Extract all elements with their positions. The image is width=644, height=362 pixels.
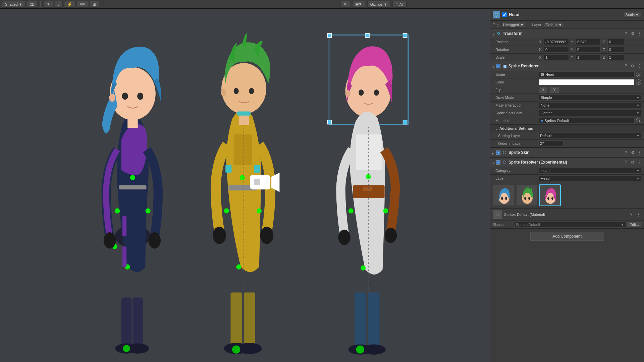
additional-settings-header[interactable]: Additional Settings xyxy=(490,125,644,132)
transform-menu-btn[interactable]: ⋮ xyxy=(637,31,642,36)
pos-y-input[interactable] xyxy=(576,39,601,45)
layer-dropdown[interactable]: Default ▼ xyxy=(544,22,564,27)
sprite-skin-help-btn[interactable]: ? xyxy=(623,150,629,155)
transform-settings-btn[interactable]: ⚙ xyxy=(630,31,635,36)
audio-icon-btn[interactable]: ♪ xyxy=(55,1,63,8)
sprite-resolver-expand-icon xyxy=(492,161,495,164)
scene-view[interactable] xyxy=(0,9,490,362)
category-dropdown[interactable]: Head ▼ xyxy=(539,168,641,174)
scale-z-input[interactable] xyxy=(607,54,624,60)
object-name[interactable]: Head xyxy=(509,12,621,17)
tag-dropdown[interactable]: Untagged ▼ xyxy=(501,22,526,27)
sprite-sort-point-dropdown[interactable]: Center ▼ xyxy=(539,110,641,116)
color-picker-btn[interactable]: ⊙ xyxy=(636,79,641,85)
gizmos-btn[interactable]: Gizmos ▼ xyxy=(367,1,390,8)
rot-x-item: X xyxy=(539,47,569,53)
order-in-layer-input[interactable] xyxy=(538,140,564,146)
layer-value: Default xyxy=(546,23,557,27)
svg-rect-49 xyxy=(327,120,331,124)
tag-arrow: ▼ xyxy=(520,23,524,27)
svg-point-12 xyxy=(123,345,130,352)
transform-title: Transform xyxy=(503,31,622,36)
sprite-resolver-settings-btn[interactable]: ⚙ xyxy=(630,160,635,165)
layout-icon-btn[interactable]: ▣▼ xyxy=(352,1,365,8)
svg-rect-77 xyxy=(254,179,260,185)
sprite-skin-settings-btn[interactable]: ⚙ xyxy=(630,150,635,155)
static-btn[interactable]: Static ▼ xyxy=(623,12,641,17)
effects-icon-btn[interactable]: ⚡ xyxy=(64,1,75,8)
object-active-checkbox[interactable] xyxy=(502,12,507,17)
rotation-coords: X Y Z xyxy=(539,47,624,53)
sprite-skin-header[interactable]: ⬡ Sprite Skin ? ⚙ ⋮ xyxy=(490,148,644,157)
sprite-skin-menu-btn[interactable]: ⋮ xyxy=(637,150,642,155)
pos-x-label: X xyxy=(539,40,543,44)
thumb-1-svg xyxy=(493,185,515,206)
sprite-resolver-help-btn[interactable]: ? xyxy=(623,160,629,165)
pos-z-label: Z xyxy=(603,40,607,44)
resolver-label-label: Label xyxy=(495,176,539,180)
svg-rect-51 xyxy=(403,120,407,124)
svg-point-88 xyxy=(547,197,549,200)
sprite-skin-enabled[interactable] xyxy=(496,150,500,155)
svg-point-38 xyxy=(260,227,274,244)
rot-y-input[interactable] xyxy=(576,47,601,53)
sprite-renderer-menu-btn[interactable]: ⋮ xyxy=(637,63,642,69)
scale-coords: X Y Z xyxy=(539,54,624,60)
color-swatch[interactable] xyxy=(539,79,635,85)
sprite-field[interactable]: 🖼 Head xyxy=(539,71,635,77)
transform-header[interactable]: ⟳ Transform ? ⚙ ⋮ xyxy=(490,29,644,38)
sprite-resolver-header[interactable]: ⬡ Sprite Resolver (Experimental) ? ⚙ ⋮ xyxy=(490,158,644,167)
material-menu-btn[interactable]: ⋮ xyxy=(636,212,641,217)
svg-point-66 xyxy=(361,265,366,270)
2d-toggle[interactable]: 2D xyxy=(27,1,38,8)
svg-rect-47 xyxy=(365,34,369,38)
flip-y-btn[interactable]: Y xyxy=(550,87,558,93)
flip-x-btn[interactable]: X xyxy=(539,87,547,93)
svg-point-34 xyxy=(257,208,262,213)
shader-dropdown[interactable]: Sprites/Default ▼ xyxy=(514,222,626,228)
sprite-renderer-header[interactable]: ▣ Sprite Renderer ? ⚙ ⋮ xyxy=(490,61,644,71)
sprite-renderer-enabled[interactable] xyxy=(496,64,500,68)
material-picker-btn[interactable]: ⊙ xyxy=(636,118,641,123)
scale-y-input[interactable] xyxy=(576,54,601,60)
add-component-btn[interactable]: Add Component xyxy=(530,232,604,241)
thumbnail-row xyxy=(490,182,644,208)
all-btn[interactable]: ⊕ All xyxy=(392,1,407,8)
transform-help-btn[interactable]: ? xyxy=(623,31,629,36)
scale-x-input[interactable] xyxy=(544,54,569,60)
rot-z-input[interactable] xyxy=(607,47,624,53)
pos-x-input[interactable] xyxy=(544,39,569,45)
grid-icon-btn[interactable]: ⊞ xyxy=(90,1,99,8)
sprite-sort-point-option: Center xyxy=(541,111,552,115)
draw-mode-dropdown[interactable]: Simple ▼ xyxy=(539,95,641,101)
sprite-resolver-enabled[interactable] xyxy=(496,160,500,165)
light-icon-btn[interactable]: ☀ xyxy=(43,1,53,8)
mask-interaction-dropdown[interactable]: None ▼ xyxy=(539,102,641,108)
sprite-resolver-menu-btn[interactable]: ⋮ xyxy=(637,160,642,165)
resolver-label-arrow: ▼ xyxy=(636,177,640,180)
thumbnail-3[interactable] xyxy=(539,184,561,206)
thumbnail-2[interactable] xyxy=(516,184,538,206)
sorting-layer-dropdown[interactable]: Default ▼ xyxy=(538,133,641,139)
position-coords: X Y Z xyxy=(539,39,624,45)
flip-label: Flip xyxy=(495,88,539,92)
nav-icon-btn[interactable]: ⊕0 xyxy=(77,1,88,8)
svg-point-7 xyxy=(130,175,135,180)
shader-edit-btn[interactable]: Edit... xyxy=(627,222,641,227)
cross-icon-btn[interactable]: ✕ xyxy=(340,1,350,8)
sprite-renderer-help-btn[interactable]: ? xyxy=(623,63,629,69)
rot-x-input[interactable] xyxy=(544,47,569,53)
material-field[interactable]: ● Sprites-Default xyxy=(539,118,635,124)
shading-mode-dropdown[interactable]: Shaded ▼ xyxy=(2,1,25,8)
sprite-renderer-settings-btn[interactable]: ⚙ xyxy=(630,63,635,69)
svg-rect-15 xyxy=(122,216,126,236)
pos-z-input[interactable] xyxy=(607,39,624,45)
inspector-header: ⬡ Head Static ▼ xyxy=(490,9,644,21)
layer-label: Layer xyxy=(532,23,541,27)
svg-point-68 xyxy=(385,228,397,243)
material-help-btn[interactable]: ? xyxy=(629,212,634,217)
order-in-layer-value xyxy=(538,140,641,146)
thumbnail-1[interactable] xyxy=(493,184,515,206)
resolver-label-dropdown[interactable]: Head ▼ xyxy=(539,175,641,181)
sprite-picker-btn[interactable]: ⊙ xyxy=(636,72,641,77)
